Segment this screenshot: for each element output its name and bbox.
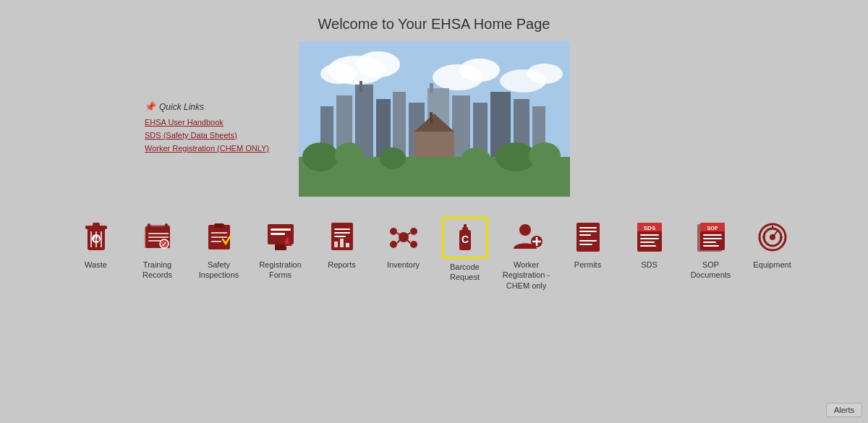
sds-link[interactable]: SDS (Safety Data Sheets): [145, 131, 269, 140]
ehsa-handbook-link[interactable]: EHSA User Handbook: [145, 118, 269, 127]
pin-icon: 📌: [145, 101, 156, 112]
worker-icon-box: [506, 217, 548, 257]
svg-rect-102: [640, 234, 659, 236]
reports-icon-item[interactable]: Reports: [315, 217, 369, 270]
waste-icon: ☠: [82, 220, 111, 255]
equipment-label: Equipment: [753, 260, 791, 270]
equipment-icon: [757, 221, 788, 253]
svg-rect-86: [464, 224, 467, 228]
svg-line-80: [397, 233, 400, 235]
svg-rect-24: [430, 112, 433, 123]
alerts-button[interactable]: Alerts: [826, 403, 862, 417]
svg-rect-111: [703, 234, 722, 236]
permits-icon-box: [567, 217, 609, 257]
equipment-icon-item[interactable]: Equipment: [745, 217, 799, 270]
svg-rect-114: [703, 245, 719, 247]
svg-point-2: [357, 51, 400, 77]
safety-inspections-icon-item[interactable]: Safety Inspections: [192, 217, 246, 281]
svg-rect-64: [271, 233, 285, 235]
quick-links-heading: Quick Links: [159, 102, 204, 112]
registration-icon: [265, 223, 297, 252]
barcode-request-icon-item[interactable]: C Barcode Request: [438, 217, 492, 283]
worker-registration-icon-item[interactable]: Worker Registration - CHEM only: [499, 217, 553, 291]
svg-rect-95: [579, 234, 591, 236]
inventory-icon-box: [383, 217, 425, 257]
svg-rect-112: [703, 238, 722, 239]
reports-icon-box: [321, 217, 363, 257]
sds-icon-item[interactable]: SDS SDS: [622, 217, 676, 270]
svg-point-30: [380, 148, 406, 169]
permits-icon: [574, 221, 603, 253]
safety-icon-box: [198, 217, 240, 257]
svg-line-82: [397, 240, 400, 243]
reports-label: Reports: [328, 260, 356, 270]
training-records-icon-item[interactable]: ✓ Training Records: [130, 217, 184, 281]
permits-icon-item[interactable]: Permits: [561, 217, 615, 270]
barcode-icon: C: [448, 220, 482, 256]
svg-point-26: [302, 142, 339, 171]
svg-rect-58: [214, 223, 224, 228]
registration-forms-label: Registration Forms: [253, 260, 307, 281]
svg-rect-113: [703, 242, 716, 243]
svg-rect-97: [579, 244, 592, 245]
svg-rect-103: [640, 238, 659, 239]
training-records-label: Training Records: [130, 260, 184, 281]
svg-text:✓: ✓: [161, 241, 167, 248]
sds-label: SDS: [641, 260, 658, 270]
svg-rect-34: [93, 223, 100, 226]
waste-label: Waste: [85, 260, 107, 270]
svg-rect-70: [334, 232, 350, 234]
training-icon-box: ✓: [137, 217, 179, 257]
svg-point-7: [527, 64, 563, 84]
svg-rect-74: [346, 243, 349, 247]
svg-rect-66: [275, 244, 286, 250]
svg-rect-63: [271, 228, 291, 231]
inventory-icon-item[interactable]: Inventory: [376, 217, 430, 270]
hero-image: [299, 41, 570, 197]
quick-links-list: EHSA User Handbook SDS (Safety Data Shee…: [145, 118, 269, 153]
equipment-icon-box: [752, 217, 793, 257]
inventory-icon: [388, 221, 420, 253]
quick-links-title: 📌 Quick Links: [145, 101, 269, 112]
sop-documents-label: SOP Documents: [684, 260, 738, 281]
barcode-icon-box: C: [442, 217, 488, 259]
sop-documents-icon-item[interactable]: SOP SOP Documents: [684, 217, 738, 281]
barcode-request-label: Barcode Request: [438, 262, 492, 283]
svg-point-31: [461, 148, 490, 171]
safety-icon: [204, 222, 234, 252]
svg-rect-96: [579, 240, 597, 242]
svg-line-83: [407, 240, 410, 243]
svg-rect-104: [640, 242, 655, 243]
sop-icon: SOP: [696, 221, 726, 253]
worker-registration-link[interactable]: Worker Registration (CHEM ONLY): [145, 144, 269, 153]
svg-rect-69: [334, 228, 350, 230]
permits-label: Permits: [574, 260, 601, 270]
svg-line-81: [407, 233, 410, 235]
svg-rect-73: [340, 239, 344, 247]
svg-rect-72: [334, 242, 338, 247]
svg-point-78: [390, 241, 397, 248]
svg-text:C: C: [461, 234, 468, 245]
waste-icon-item[interactable]: ☠ Waste: [69, 217, 123, 270]
sds-icon-box: SDS: [629, 217, 671, 257]
safety-inspections-label: Safety Inspections: [192, 260, 246, 281]
worker-icon: [511, 221, 542, 253]
page-title: Welcome to Your EHSA Home Page: [0, 0, 868, 33]
main-content: ☠ Waste: [0, 33, 868, 291]
svg-rect-94: [579, 231, 597, 232]
registration-forms-icon-item[interactable]: Registration Forms: [253, 217, 307, 281]
inventory-label: Inventory: [387, 260, 420, 270]
svg-text:SDS: SDS: [643, 225, 655, 231]
quick-links-section: 📌 Quick Links EHSA User Handbook SDS (Sa…: [145, 101, 269, 153]
training-icon: ✓: [142, 222, 173, 252]
svg-rect-71: [334, 236, 346, 237]
svg-line-118: [773, 230, 778, 237]
reports-icon: [327, 221, 357, 253]
sds-icon: SDS: [634, 221, 665, 253]
icons-row: ☠ Waste: [40, 217, 828, 291]
svg-point-5: [459, 59, 500, 82]
svg-point-27: [335, 142, 364, 168]
sop-icon-box: SOP: [690, 217, 732, 257]
svg-rect-20: [359, 81, 362, 92]
svg-point-77: [410, 228, 417, 235]
